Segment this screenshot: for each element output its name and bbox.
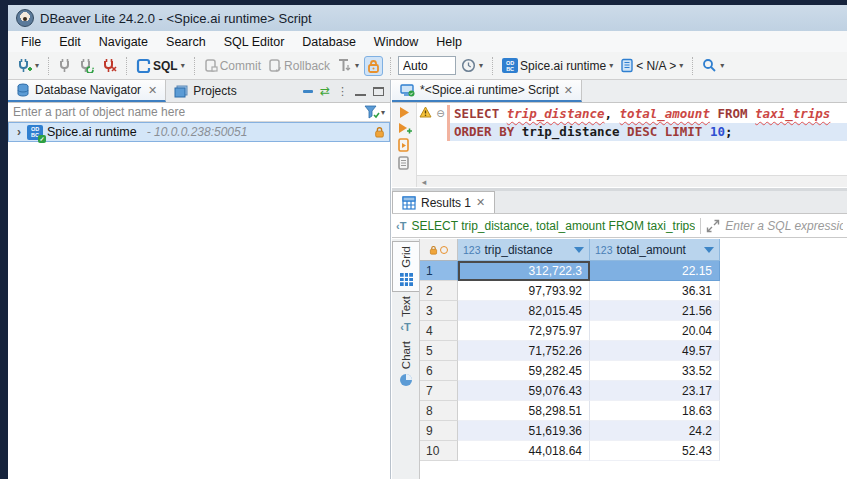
sql-editor-button[interactable]: SQL ▾: [134, 56, 187, 76]
menu-help[interactable]: Help: [427, 33, 471, 51]
disconnect-button[interactable]: [100, 56, 119, 75]
menu-search[interactable]: Search: [157, 33, 215, 51]
row-number[interactable]: 9: [420, 421, 458, 441]
new-connection-button[interactable]: ▾: [14, 56, 41, 76]
execute-new-tab-button[interactable]: [397, 122, 412, 135]
execute-script-button[interactable]: [397, 138, 411, 153]
sort-desc-icon[interactable]: [574, 247, 584, 253]
filter-funnel-icon[interactable]: [364, 105, 380, 119]
menu-database[interactable]: Database: [293, 33, 365, 51]
tab-results-1[interactable]: Results 1 ✕: [392, 191, 495, 213]
filter-expression-input[interactable]: Enter a SQL expression to: [725, 219, 843, 233]
connect-button[interactable]: [56, 56, 74, 75]
grid-cell[interactable]: 21.56: [590, 301, 720, 321]
grid-corner-cell[interactable]: [420, 239, 458, 261]
grid-cell[interactable]: 58,298.51: [458, 401, 590, 421]
table-row: 1312,722.322.15: [420, 261, 847, 281]
active-schema-selector[interactable]: < N/A > ▾: [618, 56, 685, 75]
tab-text[interactable]: Text ‹T: [400, 292, 412, 337]
menu-edit[interactable]: Edit: [50, 33, 90, 51]
row-number[interactable]: 5: [420, 341, 458, 361]
grid-cell[interactable]: 52.43: [590, 441, 720, 461]
grid-cell[interactable]: 36.31: [590, 281, 720, 301]
grid-cell[interactable]: 59,076.43: [458, 381, 590, 401]
fold-marker[interactable]: ⊖: [436, 108, 444, 119]
grid-cell[interactable]: 18.63: [590, 401, 720, 421]
grid-cell[interactable]: 20.04: [590, 321, 720, 341]
autocommit-select[interactable]: [398, 56, 456, 75]
grid-cell[interactable]: 22.15: [590, 261, 720, 281]
tab-grid[interactable]: Grid: [392, 241, 419, 292]
connection-tree-item[interactable]: › ODBC Spice.ai runtime - 10.0.0.238:500…: [8, 122, 390, 142]
close-icon[interactable]: ✕: [148, 84, 157, 97]
chevron-down-icon[interactable]: ▾: [381, 108, 385, 117]
menu-window[interactable]: Window: [365, 33, 427, 51]
sort-desc-icon[interactable]: [704, 247, 714, 253]
grid-cell[interactable]: 23.17: [590, 381, 720, 401]
column-header-trip-distance[interactable]: 123 trip_distance: [458, 239, 590, 261]
row-number[interactable]: 8: [420, 401, 458, 421]
custom-filter-icon[interactable]: ‹T: [396, 220, 406, 232]
tab-label: Results 1: [421, 196, 471, 210]
view-menu-icon[interactable]: ⋮: [337, 85, 348, 98]
grid-cell[interactable]: 44,018.64: [458, 441, 590, 461]
grid-cell[interactable]: 71,752.26: [458, 341, 590, 361]
close-icon[interactable]: ✕: [564, 84, 573, 97]
code-line[interactable]: SELECT trip_distance, total_amount FROM …: [454, 105, 847, 123]
column-header-total-amount[interactable]: 123 total_amount: [590, 239, 720, 261]
commit-button[interactable]: Commit: [202, 56, 263, 75]
code-area[interactable]: SELECT trip_distance, total_amount FROM …: [447, 105, 847, 141]
sql-token: FROM: [717, 106, 747, 121]
chevron-down-icon: ▾: [679, 61, 683, 70]
grid-cell[interactable]: 312,722.3: [458, 261, 590, 281]
table-row: 382,015.4521.56: [420, 301, 847, 321]
row-number[interactable]: 3: [420, 301, 458, 321]
transaction-mode-button[interactable]: ▾: [335, 56, 361, 75]
maximize-view-icon[interactable]: [373, 87, 384, 96]
expand-chevron-icon[interactable]: ›: [17, 125, 21, 139]
scroll-left-arrow-icon[interactable]: ◂: [417, 177, 431, 187]
grid-cell[interactable]: 24.2: [590, 421, 720, 441]
row-number[interactable]: 4: [420, 321, 458, 341]
menu-file[interactable]: File: [12, 33, 50, 51]
link-editor-icon[interactable]: ⇄: [320, 86, 330, 96]
grid-cell[interactable]: 97,793.92: [458, 281, 590, 301]
grid-cell[interactable]: 51,619.36: [458, 421, 590, 441]
minimize-view-icon[interactable]: [355, 87, 366, 96]
tab-script-editor[interactable]: *<Spice.ai runtime> Script ✕: [392, 80, 582, 102]
reconnect-button[interactable]: [77, 56, 97, 75]
close-icon[interactable]: ✕: [476, 196, 485, 209]
row-number[interactable]: 7: [420, 381, 458, 401]
sql-editor-panel: *<Spice.ai runtime> Script ✕ ⊖ SELECT tr…: [392, 80, 847, 479]
execute-statement-button[interactable]: [398, 106, 411, 119]
row-number[interactable]: 2: [420, 281, 458, 301]
row-number[interactable]: 6: [420, 361, 458, 381]
search-button[interactable]: ▾: [700, 56, 726, 75]
connection-lock-button[interactable]: [364, 56, 383, 76]
grid-cell[interactable]: 49.57: [590, 341, 720, 361]
menu-sql-editor[interactable]: SQL Editor: [215, 33, 294, 51]
tab-chart[interactable]: Chart: [399, 337, 413, 391]
table-row: 759,076.4323.17: [420, 381, 847, 401]
script-button[interactable]: [397, 156, 411, 171]
minimize-dash-icon[interactable]: [303, 90, 313, 93]
grid-cell[interactable]: 59,282.45: [458, 361, 590, 381]
expand-panel-icon[interactable]: [706, 219, 720, 233]
numeric-type-icon: 123: [463, 244, 481, 256]
active-connection-selector[interactable]: ODBC Spice.ai runtime ▾: [500, 56, 615, 75]
code-line[interactable]: ORDER BY trip_distance DESC LIMIT 10;: [447, 123, 847, 141]
editor-horizontal-scrollbar[interactable]: ◂: [417, 175, 847, 187]
row-number[interactable]: 1: [420, 261, 458, 281]
sql-console-icon: [400, 84, 415, 97]
rollback-button[interactable]: Rollback: [266, 56, 332, 75]
sql-token: trip_distance: [514, 124, 627, 139]
transaction-log-button[interactable]: ▾: [459, 56, 485, 75]
grid-cell[interactable]: 72,975.97: [458, 321, 590, 341]
navigator-filter-input[interactable]: Enter a part of object name here: [13, 105, 364, 119]
menu-navigate[interactable]: Navigate: [90, 33, 157, 51]
grid-cell[interactable]: 82,015.45: [458, 301, 590, 321]
grid-cell[interactable]: 33.52: [590, 361, 720, 381]
tab-database-navigator[interactable]: Database Navigator ✕: [8, 80, 166, 102]
row-number[interactable]: 10: [420, 441, 458, 461]
tab-projects[interactable]: Projects: [166, 80, 244, 102]
